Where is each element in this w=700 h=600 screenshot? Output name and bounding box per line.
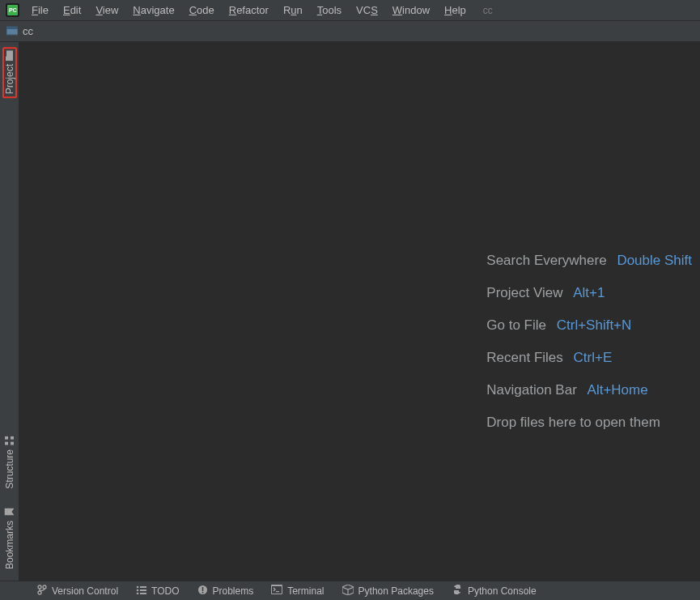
svg-rect-8 bbox=[11, 436, 14, 440]
menu-view[interactable]: View bbox=[88, 2, 125, 19]
svg-rect-5 bbox=[5, 442, 8, 445]
svg-rect-22 bbox=[272, 586, 282, 594]
svg-text:PC: PC bbox=[9, 7, 17, 13]
status-python-packages[interactable]: Python Packages bbox=[342, 585, 434, 598]
menu-help[interactable]: Help bbox=[437, 2, 473, 19]
svg-rect-20 bbox=[202, 592, 203, 594]
shortcut: Ctrl+Shift+N bbox=[557, 317, 632, 333]
tip-recent-files[interactable]: Recent Files Ctrl+E bbox=[486, 350, 612, 366]
svg-point-10 bbox=[43, 585, 46, 589]
svg-rect-17 bbox=[140, 593, 146, 594]
svg-rect-13 bbox=[140, 586, 146, 588]
shortcut: Double Shift bbox=[617, 253, 692, 268]
breadcrumb-project[interactable]: cc bbox=[23, 25, 33, 37]
packages-icon bbox=[342, 585, 354, 598]
tip-project-view[interactable]: Project View Alt+1 bbox=[486, 285, 605, 301]
app-icon: PC bbox=[5, 3, 19, 18]
menu-bar: PC File Edit View Navigate Code Refactor… bbox=[0, 0, 700, 20]
empty-state-tips: Search Everywhere Double Shift Project V… bbox=[486, 253, 692, 431]
svg-rect-7 bbox=[11, 442, 14, 445]
menu-window[interactable]: Window bbox=[385, 2, 437, 19]
svg-rect-15 bbox=[140, 589, 146, 591]
svg-point-11 bbox=[38, 591, 41, 594]
tool-label: Structure bbox=[4, 449, 15, 489]
shortcut: Ctrl+E bbox=[574, 350, 613, 365]
tool-window-bookmarks[interactable]: Bookmarks bbox=[2, 504, 17, 572]
shortcut: Alt+1 bbox=[573, 285, 605, 300]
svg-point-9 bbox=[38, 585, 41, 589]
status-problems[interactable]: Problems bbox=[197, 585, 254, 598]
tip-search-everywhere[interactable]: Search Everywhere Double Shift bbox=[486, 253, 692, 269]
svg-point-12 bbox=[137, 585, 139, 588]
tip-go-to-file[interactable]: Go to File Ctrl+Shift+N bbox=[486, 317, 631, 334]
folder-icon bbox=[5, 50, 14, 61]
left-tool-gutter: Project Structure Bookmarks bbox=[0, 42, 19, 581]
project-name-tag: cc bbox=[483, 5, 493, 16]
shortcut: Alt+Home bbox=[588, 382, 648, 398]
tip-navigation-bar[interactable]: Navigation Bar Alt+Home bbox=[486, 382, 647, 398]
main-area: Project Structure Bookmarks Search Every… bbox=[0, 42, 700, 581]
svg-point-16 bbox=[137, 592, 139, 594]
tool-label: Bookmarks bbox=[4, 521, 15, 569]
menu-edit[interactable]: Edit bbox=[56, 2, 88, 19]
svg-rect-23 bbox=[276, 591, 279, 592]
menu-tools[interactable]: Tools bbox=[310, 2, 349, 19]
svg-rect-6 bbox=[5, 436, 8, 440]
menu-refactor[interactable]: Refactor bbox=[222, 2, 276, 19]
structure-icon bbox=[5, 436, 14, 445]
svg-rect-19 bbox=[202, 587, 203, 591]
editor-empty-state[interactable]: Search Everywhere Double Shift Project V… bbox=[19, 42, 700, 581]
svg-point-14 bbox=[137, 589, 139, 591]
status-bar: Version Control TODO Problems Terminal P… bbox=[0, 581, 700, 600]
menu-run[interactable]: Run bbox=[276, 2, 310, 19]
svg-rect-4 bbox=[6, 27, 18, 29]
status-todo[interactable]: TODO bbox=[136, 585, 179, 597]
tip-drop-files: Drop files here to open them bbox=[486, 415, 660, 431]
tool-label: Project bbox=[4, 64, 15, 94]
bookmark-icon bbox=[5, 508, 15, 515]
branch-icon bbox=[37, 585, 47, 598]
status-terminal[interactable]: Terminal bbox=[271, 585, 324, 597]
menu-file[interactable]: File bbox=[24, 2, 56, 19]
tool-window-project[interactable]: Project bbox=[2, 47, 17, 98]
menu-code[interactable]: Code bbox=[182, 2, 222, 19]
menu-vcs[interactable]: VCS bbox=[349, 2, 385, 19]
warning-icon bbox=[197, 585, 208, 598]
module-icon bbox=[6, 26, 18, 37]
list-icon bbox=[136, 585, 146, 597]
python-icon bbox=[452, 584, 463, 598]
terminal-icon bbox=[271, 585, 282, 597]
navigation-bar[interactable]: cc bbox=[0, 20, 700, 42]
menu-navigate[interactable]: Navigate bbox=[125, 2, 181, 19]
status-python-console[interactable]: Python Console bbox=[452, 584, 537, 598]
tool-window-structure[interactable]: Structure bbox=[2, 433, 17, 492]
status-version-control[interactable]: Version Control bbox=[37, 585, 118, 598]
